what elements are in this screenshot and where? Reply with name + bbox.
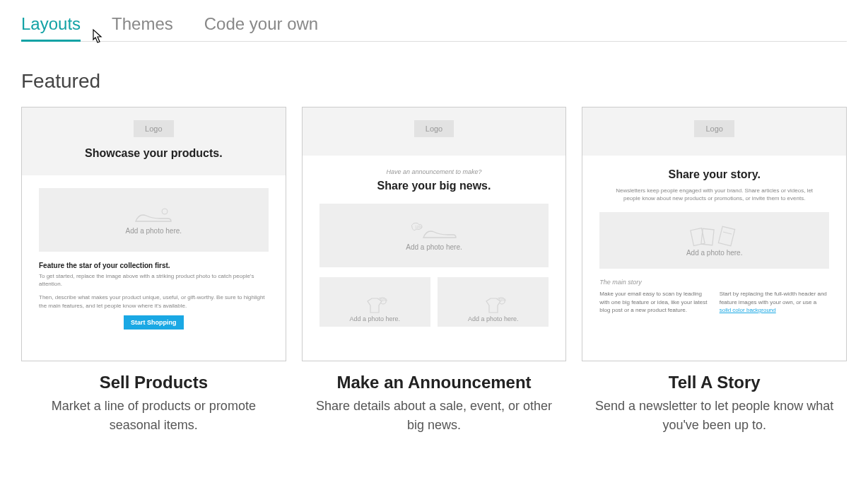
preview-intro: Newsletters keep people engaged with you…	[599, 187, 829, 202]
photo-placeholder-small: 50% Add a photo here.	[438, 277, 549, 327]
shoe-sale-icon: 10%	[409, 221, 459, 243]
photo-placeholder: 10% Add a photo here.	[319, 204, 549, 267]
svg-rect-6	[718, 226, 734, 246]
preview-header: Logo Showcase your products.	[22, 107, 286, 175]
svg-text:10%: 10%	[415, 225, 423, 229]
tab-layouts[interactable]: Layouts	[21, 14, 81, 41]
preview-col-text: Start by replacing the full-width header…	[720, 291, 827, 305]
preview-headline: Showcase your products.	[36, 147, 271, 160]
card-desc: Send a newsletter to let people know wha…	[582, 397, 847, 435]
placeholder-label: Add a photo here.	[686, 249, 743, 257]
template-card-tell-a-story[interactable]: Logo Share your story. Newsletters keep …	[582, 107, 847, 435]
photo-half-row: 50% Add a photo here. 50% Add a photo he…	[319, 277, 549, 327]
card-title: Sell Products	[100, 373, 208, 392]
preview-pretitle: Have an announcement to make?	[319, 168, 549, 175]
preview-header: Logo	[582, 107, 846, 156]
logo-placeholder: Logo	[134, 120, 173, 137]
logo-placeholder: Logo	[694, 120, 734, 137]
template-preview: Logo Have an announcement to make? Share…	[302, 107, 567, 361]
preview-columns: Make your email easy to scan by leading …	[599, 290, 829, 314]
template-card-sell-products[interactable]: Logo Showcase your products. Add a photo…	[21, 107, 286, 435]
logo-placeholder: Logo	[414, 120, 454, 137]
cards-container: Logo Showcase your products. Add a photo…	[21, 107, 847, 435]
preview-col: Make your email easy to scan by leading …	[599, 290, 709, 314]
preview-body-text: To get started, replace the image above …	[39, 272, 269, 288]
placeholder-label: Add a photo here.	[350, 315, 401, 322]
preview-headline: Share your big news.	[319, 180, 549, 192]
placeholder-label: Add a photo here.	[126, 227, 182, 235]
tab-code-your-own[interactable]: Code your own	[204, 14, 318, 41]
template-card-make-announcement[interactable]: Logo Have an announcement to make? Share…	[302, 107, 567, 435]
placeholder-label: Add a photo here.	[406, 243, 462, 251]
photo-placeholder: Add a photo here.	[39, 188, 269, 252]
section-title: Featured	[21, 70, 847, 93]
shoe-icon	[132, 206, 175, 227]
tabs: Layouts Themes Code your own	[21, 14, 847, 42]
card-desc: Market a line of products or promote sea…	[21, 397, 286, 435]
books-icon	[688, 225, 741, 249]
card-desc: Share details about a sale, event, or ot…	[302, 397, 567, 435]
tab-themes[interactable]: Themes	[112, 14, 173, 41]
shirt-sale-icon: 50%	[479, 296, 508, 315]
preview-body: Share your story. Newsletters keep peopl…	[582, 156, 846, 361]
svg-text:50%: 50%	[499, 298, 507, 302]
preview-link: solid color background	[720, 307, 776, 313]
svg-text:50%: 50%	[380, 298, 388, 302]
svg-point-0	[162, 209, 168, 214]
shirt-sale-icon: 50%	[360, 296, 389, 315]
preview-body: Have an announcement to make? Share your…	[303, 156, 566, 361]
preview-body-text: Then, describe what makes your product u…	[39, 293, 269, 309]
template-preview: Logo Share your story. Newsletters keep …	[582, 107, 847, 361]
preview-story-label: The main story	[599, 279, 829, 286]
pointer-cursor-icon	[88, 28, 104, 50]
photo-placeholder-small: 50% Add a photo here.	[319, 277, 430, 327]
preview-col: Start by replacing the full-width header…	[720, 290, 829, 314]
placeholder-label: Add a photo here.	[468, 315, 519, 322]
card-title: Make an Announcement	[336, 373, 531, 392]
svg-line-7	[723, 232, 732, 234]
preview-body: Add a photo here. Feature the star of yo…	[22, 175, 286, 361]
photo-placeholder: Add a photo here.	[599, 212, 829, 269]
preview-cta-button: Start Shopping	[124, 315, 184, 330]
preview-subhead: Feature the star of your collection firs…	[39, 262, 269, 269]
template-preview: Logo Showcase your products. Add a photo…	[21, 107, 286, 361]
preview-header: Logo	[303, 107, 566, 156]
card-title: Tell A Story	[669, 373, 761, 392]
preview-headline: Share your story.	[599, 168, 829, 181]
